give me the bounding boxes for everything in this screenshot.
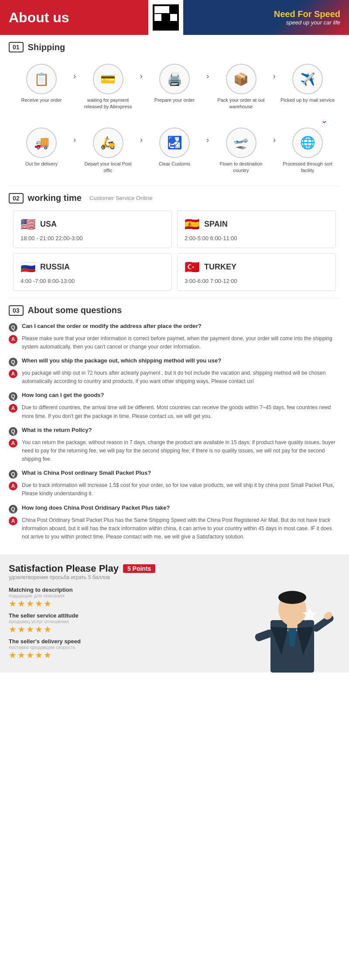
usa-header: 🇺🇸 USA: [21, 217, 164, 231]
man-silhouette: [244, 585, 340, 673]
questions-label: About some questions: [28, 305, 122, 315]
questions-title: 03 About some questions: [9, 305, 340, 316]
spain-header: 🇪🇸 SPAIN: [185, 217, 328, 231]
qa-a-text-4: You can return the package, without reas…: [22, 438, 340, 464]
qa-q-text-2: When will you ship the package out, whic…: [22, 357, 221, 364]
sort-label: Processed through sort facility: [279, 161, 336, 174]
svg-point-2: [278, 591, 306, 604]
qa-q-1: Q Can I cancel the order or modify the a…: [9, 323, 340, 332]
arrow-2: ›: [140, 64, 143, 81]
qa-item-6: Q How long does China Post Oridinary Pac…: [9, 504, 340, 542]
delivery-label: Out for delivery: [25, 161, 58, 167]
flown-label: Flown to destination country: [213, 161, 270, 174]
russia-hours: 4:00 -7:00 8:00-13:00: [21, 278, 164, 284]
payment-icon: 💳: [93, 64, 123, 94]
shipping-label: Shipping: [28, 42, 65, 52]
qr-code: [153, 4, 179, 31]
shipping-flow: 📋 Receive your order › 💳 waiting for pay…: [9, 59, 340, 174]
working-time-label: working time: [28, 193, 82, 203]
working-time-sublabel: Customer Service Online: [89, 195, 153, 201]
turkey-header: 🇹🇷 TURKEY: [185, 260, 328, 274]
depart-label: Depart your local Post offic: [80, 161, 137, 174]
prepare-icon: 🖨️: [159, 64, 190, 94]
qa-q-text-1: Can I cancel the order or modify the add…: [22, 323, 202, 329]
qa-a-text-6: China Post Oridinary Small Packet Plus h…: [22, 516, 340, 542]
qa-q-text-5: What is China Post ordinary Small Packet…: [22, 469, 151, 476]
customs-icon: 🛃: [159, 128, 190, 158]
qa-q-4: Q What is the return Policy?: [9, 427, 340, 436]
usa-flag: 🇺🇸: [21, 217, 36, 231]
country-spain: 🇪🇸 SPAIN 2:00-5:00 6:00-11:00: [177, 210, 336, 248]
qa-q-5: Q What is China Post ordinary Small Pack…: [9, 469, 340, 479]
brand-name: Need For Speed: [274, 9, 340, 19]
flow-row-2: 🚚 Out for delivery ‹ 🛵 Depart your local…: [13, 128, 336, 174]
flow-item-sort: 🌐 Processed through sort facility: [279, 128, 336, 174]
q-badge-2: Q: [9, 358, 17, 366]
working-time-num: 02: [9, 193, 24, 204]
qa-item-1: Q Can I cancel the order or modify the a…: [9, 323, 340, 351]
qr-code-container: [148, 0, 183, 35]
arrow-1: ›: [73, 64, 76, 81]
a-badge-2: A: [9, 369, 17, 378]
header-brand: Need For Speed speed up your car life: [183, 0, 349, 35]
pickup-label: Picked up by mail service: [281, 97, 335, 104]
arrow-6: ‹: [140, 128, 143, 145]
pack-icon: 📦: [226, 64, 257, 94]
qa-item-2: Q When will you ship the package out, wh…: [9, 357, 340, 386]
prepare-label: Prepare your order: [154, 97, 195, 104]
q-badge-6: Q: [9, 505, 17, 514]
a-badge-1: A: [9, 335, 17, 344]
qa-a-6: A China Post Oridinary Small Packet Plus…: [9, 516, 340, 542]
russia-flag: 🇷🇺: [21, 260, 36, 274]
qa-q-text-6: How long does China Post Oridinary Packe…: [22, 504, 170, 511]
q-badge-4: Q: [9, 427, 17, 436]
q-badge-3: Q: [9, 392, 17, 401]
qa-a-text-2: you package will ship out in 72 hours af…: [22, 369, 340, 386]
flow-item-payment: 💳 waiting for payment released by Aliexp…: [80, 64, 137, 110]
customs-label: Clear Customs: [159, 161, 191, 167]
flown-icon: 🛫: [226, 128, 257, 158]
sort-icon: 🌐: [292, 128, 323, 158]
payment-label: waiting for payment released by Aliexpre…: [80, 97, 137, 110]
pickup-icon: ✈️: [292, 64, 323, 94]
working-time-section: 02 working time Customer Service Online …: [0, 186, 349, 298]
qa-a-text-5: Due to track information will increase 1…: [22, 481, 340, 498]
spain-flag: 🇪🇸: [185, 217, 200, 231]
q-badge-5: Q: [9, 470, 17, 479]
flow-item-delivery: 🚚 Out for delivery: [13, 128, 70, 167]
shipping-num: 01: [9, 42, 24, 52]
flow-item-pickup: ✈️ Picked up by mail service: [279, 64, 336, 104]
q-badge-1: Q: [9, 323, 17, 332]
satisfaction-title-text: Satisfaction Please Play: [9, 563, 119, 574]
arrow-4: ›: [273, 64, 276, 81]
qa-item-5: Q What is China Post ordinary Small Pack…: [9, 469, 340, 498]
qa-q-3: Q How long can I get the goods?: [9, 392, 340, 401]
working-grid: 🇺🇸 USA 18:00 - 21:00 22:00-3:00 🇪🇸 SPAIN…: [9, 210, 340, 291]
spain-hours: 2:00-5:00 6:00-11:00: [185, 235, 328, 242]
russia-header: 🇷🇺 RUSSIA: [21, 260, 164, 274]
satisfaction-section: Satisfaction Please Play 5 Points удовле…: [0, 554, 349, 673]
shipping-section: 01 Shipping 📋 Receive your order › 💳 wai…: [0, 35, 349, 186]
pack-label: Pack your order at out warehouse: [213, 97, 270, 110]
receive-icon: 📋: [26, 64, 57, 94]
arrow-8: ‹: [273, 128, 276, 145]
qa-q-text-3: How long can I get the goods?: [22, 392, 104, 398]
a-badge-3: A: [9, 404, 17, 413]
country-usa: 🇺🇸 USA 18:00 - 21:00 22:00-3:00: [13, 210, 172, 248]
flow-item-pack: 📦 Pack your order at out warehouse: [213, 64, 270, 110]
flow-item-depart: 🛵 Depart your local Post offic: [80, 128, 137, 174]
about-us-title: About us: [9, 10, 69, 26]
flow-item-prepare: 🖨️ Prepare your order: [146, 64, 203, 104]
russia-name: RUSSIA: [40, 262, 70, 272]
turkey-name: TURKEY: [204, 262, 236, 272]
a-badge-6: A: [9, 517, 17, 525]
arrow-5: ‹: [73, 128, 76, 145]
shipping-title: 01 Shipping: [9, 42, 340, 52]
flow-row-1: 📋 Receive your order › 💳 waiting for pay…: [13, 64, 336, 110]
spain-name: SPAIN: [204, 220, 228, 229]
qa-a-5: A Due to track information will increase…: [9, 481, 340, 498]
questions-num: 03: [9, 305, 24, 316]
questions-section: 03 About some questions Q Can I cancel t…: [0, 298, 349, 555]
usa-name: USA: [40, 220, 57, 229]
qa-item-4: Q What is the return Policy? A You can r…: [9, 427, 340, 464]
